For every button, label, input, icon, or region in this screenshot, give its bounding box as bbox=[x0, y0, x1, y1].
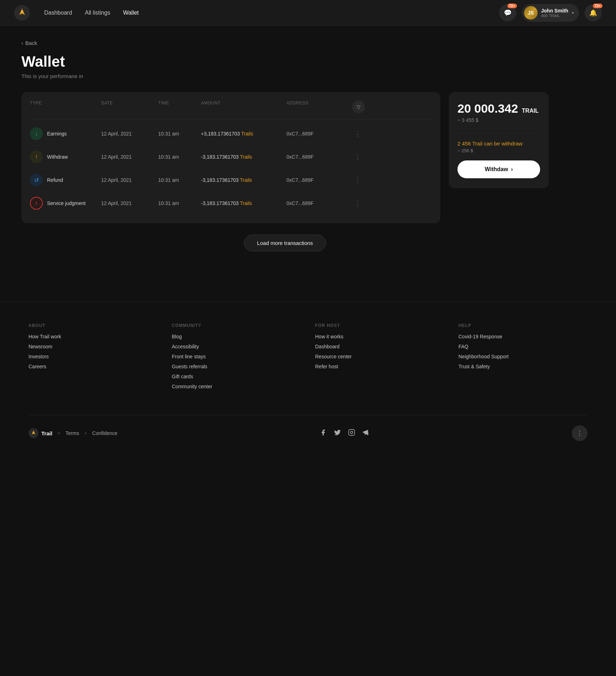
table-row: ↑ Withdraw 12 April, 2021 10:31 am -3,18… bbox=[30, 145, 432, 169]
back-label: Back bbox=[25, 40, 37, 46]
row-more-button[interactable]: ⋮ bbox=[351, 175, 365, 185]
footer-link-resource-center[interactable]: Resource center bbox=[315, 354, 444, 359]
footer-bottom: Trail • Terms • Confidence ⋮ bbox=[29, 415, 587, 441]
main-content: ‹ Back Wallet This is your performane in… bbox=[0, 26, 570, 266]
back-button[interactable]: ‹ Back bbox=[21, 40, 549, 46]
footer-terms-link[interactable]: Terms bbox=[66, 430, 79, 436]
footer-link-trust-safety[interactable]: Trust & Safety bbox=[459, 364, 587, 369]
footer-link-accessibility[interactable]: Accessibility bbox=[172, 344, 301, 349]
time-cell: 10:31 am bbox=[158, 131, 201, 137]
page-title: Wallet bbox=[21, 53, 549, 70]
footer-link-investors[interactable]: Investors bbox=[29, 354, 157, 359]
table-row: ↓ Earnings 12 April, 2021 10:31 am +3,18… bbox=[30, 122, 432, 145]
header-amount: AMOUNT bbox=[201, 101, 286, 113]
footer-link-how-it-works[interactable]: How it works bbox=[315, 334, 444, 339]
filter-icon: ▽ bbox=[357, 104, 361, 110]
user-name: John Smith bbox=[541, 8, 568, 14]
date-cell: 12 April, 2021 bbox=[101, 177, 158, 183]
service-icon: ! bbox=[30, 197, 43, 210]
address-cell: 0xC7...689F bbox=[286, 154, 351, 160]
footer-logo-icon bbox=[29, 428, 38, 438]
footer-link-how-trail-work[interactable]: How Trail work bbox=[29, 334, 157, 339]
user-profile-button[interactable]: JS John Smith 400 TRAIL ▾ bbox=[522, 4, 579, 22]
load-more-button[interactable]: Load more transactions bbox=[244, 235, 326, 251]
table-header: TYPE DATE TIME AMOUNT ADDRESS ▽ bbox=[30, 101, 432, 119]
type-cell-refund: ↺ Refund bbox=[30, 174, 101, 186]
for-host-label: FOR HOST bbox=[315, 323, 444, 328]
nav-logo[interactable] bbox=[14, 5, 30, 21]
header-date: DATE bbox=[101, 101, 158, 113]
nav-right: 💬 72+ JS John Smith 400 TRAIL ▾ 🔔 72+ bbox=[499, 4, 602, 22]
twitter-icon[interactable] bbox=[334, 429, 341, 438]
transaction-table: TYPE DATE TIME AMOUNT ADDRESS ▽ ↓ Earnin… bbox=[21, 92, 440, 223]
footer-link-careers[interactable]: Careers bbox=[29, 364, 157, 369]
trail-logo-icon bbox=[14, 5, 30, 21]
amount-prefix: -3,183.17361703 bbox=[201, 177, 240, 183]
facebook-icon[interactable] bbox=[320, 429, 327, 438]
help-label: HELP bbox=[459, 323, 587, 328]
chat-button[interactable]: 💬 72+ bbox=[499, 4, 516, 21]
filter-button[interactable]: ▽ bbox=[352, 101, 365, 113]
footer-link-refer-host[interactable]: Refer host bbox=[315, 364, 444, 369]
notification-badge: 72+ bbox=[593, 4, 602, 8]
avatar: JS bbox=[524, 6, 538, 20]
type-cell-service: ! Service judgment bbox=[30, 197, 101, 210]
user-trail-balance: 400 TRAIL bbox=[541, 14, 568, 18]
nav-dashboard[interactable]: Dashboard bbox=[44, 10, 72, 16]
footer-link-covid[interactable]: Covid-19 Response bbox=[459, 334, 587, 339]
footer-confidence-link[interactable]: Confidence bbox=[92, 430, 118, 436]
table-row: ! Service judgment 12 April, 2021 10:31 … bbox=[30, 192, 432, 215]
chat-badge: 72+ bbox=[507, 4, 517, 8]
withdraw-button[interactable]: Withdaw › bbox=[457, 160, 540, 178]
telegram-icon[interactable] bbox=[362, 429, 369, 438]
type-label: Refund bbox=[47, 177, 63, 183]
amount-token: Trails bbox=[240, 177, 252, 183]
nav-wallet[interactable]: Wallet bbox=[123, 10, 139, 16]
footer-link-dashboard[interactable]: Dashboard bbox=[315, 344, 444, 349]
footer-link-faq[interactable]: FAQ bbox=[459, 344, 587, 349]
balance-usd: ~ 3 455 $ bbox=[457, 117, 540, 123]
amount-prefix: -3,183.17361703 bbox=[201, 154, 240, 160]
type-label: Earnings bbox=[47, 131, 67, 137]
footer-brand: Trail bbox=[29, 428, 52, 438]
time-cell: 10:31 am bbox=[158, 200, 201, 206]
footer-link-blog[interactable]: Blog bbox=[172, 334, 301, 339]
row-more-button[interactable]: ⋮ bbox=[351, 198, 365, 209]
row-more-button[interactable]: ⋮ bbox=[351, 152, 365, 162]
amount-cell: +3,183.17361703 Trails bbox=[201, 131, 286, 137]
date-cell: 12 April, 2021 bbox=[101, 200, 158, 206]
header-address: ADDRESS bbox=[286, 101, 351, 113]
time-cell: 10:31 am bbox=[158, 177, 201, 183]
address-cell: 0xC7...689F bbox=[286, 131, 351, 137]
balance-amount: 20 000.342 bbox=[457, 102, 518, 115]
withdraw-info: 2 456 Trail can be withdraw ~ 256 $ bbox=[457, 133, 540, 153]
footer-link-guests-referrals[interactable]: Guests referrals bbox=[172, 364, 301, 369]
footer-bottom-left: Trail • Terms • Confidence bbox=[29, 428, 118, 438]
footer-link-newsroom[interactable]: Newsroom bbox=[29, 344, 157, 349]
footer-link-neighborhood-support[interactable]: Neighborhood Support bbox=[459, 354, 587, 359]
withdraw-token-label: Trail bbox=[472, 140, 482, 147]
content-layout: TYPE DATE TIME AMOUNT ADDRESS ▽ ↓ Earnin… bbox=[21, 92, 549, 223]
footer-col-for-host: FOR HOST How it works Dashboard Resource… bbox=[315, 323, 444, 394]
withdraw-amount: 2 456 bbox=[457, 140, 471, 147]
notifications-button[interactable]: 🔔 72+ bbox=[585, 4, 602, 21]
type-cell-withdraw: ↑ Withdraw bbox=[30, 150, 101, 163]
instagram-icon[interactable] bbox=[348, 429, 355, 438]
amount-cell: -3,183.17361703 Trails bbox=[201, 177, 286, 183]
footer-link-frontline[interactable]: Front line stays bbox=[172, 354, 301, 359]
about-label: ABOUT bbox=[29, 323, 157, 328]
nav-all-listings[interactable]: All listings bbox=[85, 10, 110, 16]
amount-cell: -3,183.17361703 Trails bbox=[201, 200, 286, 206]
footer-link-community-center[interactable]: Community center bbox=[172, 384, 301, 389]
row-more-button[interactable]: ⋮ bbox=[351, 128, 365, 139]
load-more-container: Load more transactions bbox=[21, 235, 549, 251]
footer-social bbox=[320, 429, 369, 438]
page-subtitle: This is your performane in bbox=[21, 73, 549, 79]
withdraw-arrow-icon: › bbox=[511, 166, 513, 173]
table-row: ↺ Refund 12 April, 2021 10:31 am -3,183.… bbox=[30, 169, 432, 192]
footer-more-button[interactable]: ⋮ bbox=[572, 425, 587, 441]
address-cell: 0xC7...689F bbox=[286, 200, 351, 206]
footer-brand-name: Trail bbox=[41, 430, 52, 436]
footer-link-gift-cards[interactable]: Gift cards bbox=[172, 374, 301, 379]
wallet-balance: 20 000.342 TRAIL ~ 3 455 $ bbox=[457, 102, 540, 123]
